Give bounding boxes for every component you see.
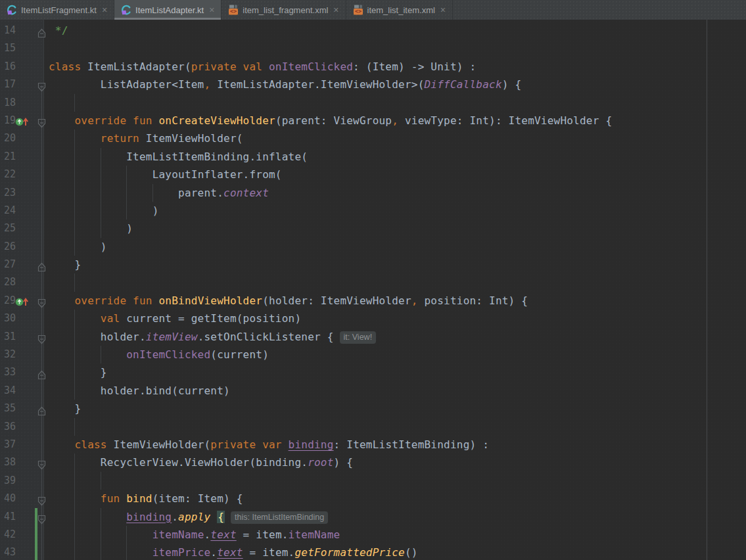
code-text[interactable]: ) — [49, 238, 107, 256]
tab-close-icon[interactable]: × — [333, 5, 338, 14]
override-method-gutter-icon[interactable] — [15, 296, 30, 308]
code-text[interactable]: } — [49, 256, 81, 273]
fold-marker-down-icon[interactable] — [37, 460, 47, 470]
line-number: 16 — [4, 58, 16, 76]
code-text[interactable]: fun bind(item: Item) { — [49, 490, 243, 507]
line-number: 18 — [4, 94, 16, 112]
editor-line-37: 37 class ItemViewHolder(private var bind… — [0, 436, 746, 454]
fold-marker-down-icon[interactable] — [37, 298, 47, 308]
fold-marker-up-icon[interactable] — [37, 28, 47, 38]
line-number: 40 — [4, 490, 16, 507]
code-text[interactable]: } — [49, 400, 81, 417]
code-text[interactable]: ) — [49, 202, 159, 220]
line-number: 23 — [4, 184, 16, 202]
tab-close-icon[interactable]: × — [440, 5, 446, 14]
line-number: 21 — [4, 148, 16, 166]
code-text[interactable]: LayoutInflater.from( — [49, 166, 282, 183]
code-text[interactable]: RecyclerView.ViewHolder(binding.root) { — [49, 454, 353, 471]
line-number: 43 — [4, 544, 16, 560]
code-text[interactable]: ) — [49, 220, 133, 237]
code-area[interactable]: 14 */1516class ItemListAdapter(private v… — [0, 22, 746, 560]
editor-line-19: 19 override fun onCreateViewHolder(paren… — [0, 112, 746, 129]
indent-guide — [74, 94, 75, 112]
vcs-change-bar[interactable] — [35, 526, 37, 544]
line-number: 19 — [4, 112, 16, 129]
code-text[interactable]: itemPrice.text = item.getFormattedPrice(… — [49, 544, 418, 560]
code-text[interactable]: onItemClicked(current) — [49, 346, 269, 363]
editor-line-25: 25 ) — [0, 220, 746, 237]
editor-line-17: 17 ListAdapter<Item, ItemListAdapter.Ite… — [0, 76, 746, 93]
line-number: 28 — [4, 273, 16, 291]
editor-line-14: 14 */ — [0, 22, 746, 39]
line-number: 33 — [4, 363, 16, 381]
line-number: 35 — [4, 400, 16, 417]
tab-bar: ItemListFragment.kt×ItemListAdapter.kt×<… — [0, 0, 746, 20]
fold-marker-down-icon[interactable] — [37, 496, 47, 506]
fold-marker-down-icon[interactable] — [37, 82, 47, 92]
line-number: 20 — [4, 129, 16, 147]
tab-ItemListAdapter-kt[interactable]: ItemListAdapter.kt× — [114, 0, 221, 20]
code-text[interactable]: holder.bind(current) — [49, 382, 230, 400]
line-number: 26 — [4, 238, 16, 256]
code-text[interactable]: itemName.text = item.itemName — [49, 526, 340, 544]
code-text[interactable]: holder.itemView.setOnClickListener {it: … — [49, 328, 376, 346]
tab-label: item_list_item.xml — [367, 5, 435, 15]
line-number: 14 — [4, 22, 16, 39]
tab-label: ItemListAdapter.kt — [135, 5, 204, 15]
line-number: 38 — [4, 454, 16, 471]
editor-line-32: 32 onItemClicked(current) — [0, 346, 746, 363]
tab-item_list_fragment-xml[interactable]: <>item_list_fragment.xml× — [221, 0, 346, 20]
code-text[interactable]: } — [49, 363, 107, 381]
ide-window: ItemListFragment.kt×ItemListAdapter.kt×<… — [0, 0, 746, 560]
indent-guide — [101, 472, 101, 490]
inlay-hint: this: ItemListItemBinding — [231, 511, 328, 524]
fold-marker-down-icon[interactable] — [37, 515, 47, 525]
code-text[interactable]: class ItemViewHolder(private var binding… — [49, 436, 489, 454]
editor-line-33: 33 } — [0, 363, 746, 381]
fold-marker-down-icon[interactable] — [37, 118, 47, 128]
svg-text:<>: <> — [354, 8, 361, 14]
tab-close-icon[interactable]: × — [209, 5, 214, 14]
tab-label: item_list_fragment.xml — [243, 5, 328, 15]
code-text[interactable]: override fun onBindViewHolder(holder: It… — [49, 292, 528, 310]
xml-file-icon: <> — [353, 5, 363, 15]
line-number: 22 — [4, 166, 16, 183]
line-number: 24 — [4, 202, 16, 220]
indent-guide — [74, 472, 75, 490]
line-number: 34 — [4, 382, 16, 400]
xml-file-icon: <> — [228, 5, 239, 15]
editor-line-38: 38 RecyclerView.ViewHolder(binding.root)… — [0, 454, 746, 471]
editor-line-30: 30 val current = getItem(position) — [0, 310, 746, 327]
tab-ItemListFragment-kt[interactable]: ItemListFragment.kt× — [0, 0, 114, 20]
code-text[interactable]: val current = getItem(position) — [49, 310, 301, 327]
tab-close-icon[interactable]: × — [102, 5, 107, 14]
code-text[interactable]: binding.apply {this: ItemListItemBinding — [49, 508, 328, 526]
svg-text:<>: <> — [230, 8, 237, 14]
override-method-gutter-icon[interactable] — [15, 116, 30, 128]
code-text[interactable]: return ItemViewHolder( — [49, 129, 243, 147]
kotlin-file-icon — [7, 5, 17, 15]
editor-line-34: 34 holder.bind(current) — [0, 382, 746, 400]
fold-marker-up-icon[interactable] — [37, 406, 47, 416]
line-number: 25 — [4, 220, 16, 237]
code-text[interactable]: ItemListItemBinding.inflate( — [49, 148, 308, 166]
editor-line-39: 39 — [0, 472, 746, 490]
editor-line-16: 16class ItemListAdapter(private val onIt… — [0, 58, 746, 76]
fold-marker-down-icon[interactable] — [37, 335, 47, 344]
tab-label: ItemListFragment.kt — [21, 5, 97, 15]
code-text[interactable]: override fun onCreateViewHolder(parent: … — [49, 112, 612, 129]
line-number: 39 — [4, 472, 16, 490]
fold-marker-up-icon[interactable] — [37, 262, 47, 272]
editor-line-21: 21 ItemListItemBinding.inflate( — [0, 148, 746, 166]
editor-line-23: 23 parent.context — [0, 184, 746, 202]
code-text[interactable]: class ItemListAdapter(private val onItem… — [49, 58, 476, 76]
fold-marker-up-icon[interactable] — [37, 370, 47, 380]
line-number: 30 — [4, 310, 16, 327]
line-number: 42 — [4, 526, 16, 544]
code-text[interactable]: ListAdapter<Item, ItemListAdapter.ItemVi… — [49, 76, 521, 93]
editor[interactable]: 14 */1516class ItemListAdapter(private v… — [0, 20, 746, 560]
tab-item_list_item-xml[interactable]: <>item_list_item.xml× — [346, 0, 453, 20]
code-text[interactable]: */ — [49, 22, 68, 39]
vcs-change-bar[interactable] — [35, 544, 37, 560]
code-text[interactable]: parent.context — [49, 184, 269, 202]
